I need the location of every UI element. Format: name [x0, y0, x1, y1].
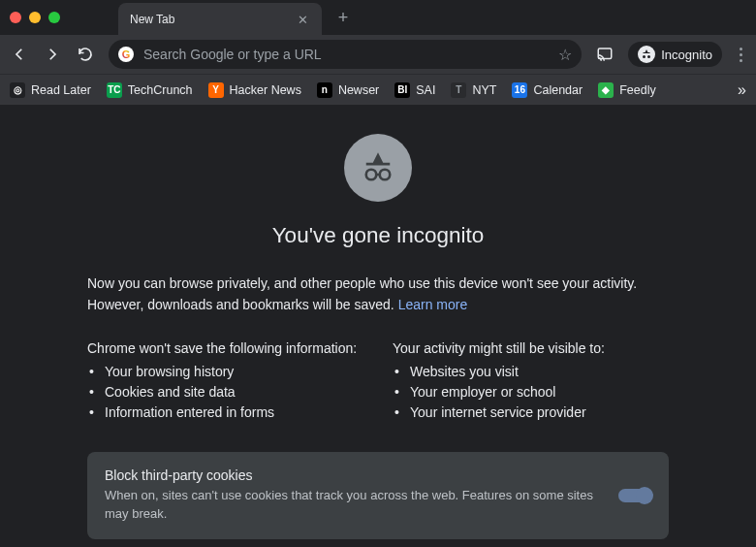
incognito-hero-icon: [344, 134, 412, 202]
bookmark-favicon: ◆: [598, 82, 614, 98]
bookmark-item[interactable]: 16Calendar: [512, 82, 583, 98]
bookmark-item[interactable]: ◎Read Later: [10, 82, 91, 98]
incognito-label: Incognito: [661, 48, 712, 62]
cookies-card-desc: When on, sites can't use cookies that tr…: [105, 487, 603, 524]
bookmark-favicon: Y: [208, 82, 224, 98]
menu-button[interactable]: [736, 48, 746, 62]
page-description: Now you can browse privately, and other …: [87, 274, 669, 315]
wont-save-column: Chrome won't save the following informat…: [87, 340, 363, 425]
bookmark-item[interactable]: TNYT: [451, 82, 496, 98]
tab-close-button[interactable]: ✕: [295, 13, 310, 27]
bookmark-label: NYT: [472, 83, 496, 97]
bookmark-item[interactable]: YHacker News: [208, 82, 301, 98]
list-item: Your browsing history: [105, 364, 363, 379]
cookies-card-title: Block third-party cookies: [105, 467, 603, 483]
bookmarks-overflow-button[interactable]: »: [738, 81, 746, 99]
bookmark-label: Newser: [338, 83, 379, 97]
visible-to-column: Your activity might still be visible to:…: [393, 340, 669, 425]
bookmarks-bar: ◎Read LaterTCTechCrunchYHacker NewsnNews…: [0, 74, 756, 105]
close-window-button[interactable]: [10, 12, 21, 23]
title-bar: New Tab ✕ +: [0, 0, 756, 35]
address-bar-placeholder: Search Google or type a URL: [143, 47, 549, 62]
window-controls: [10, 12, 60, 23]
bookmark-favicon: BI: [394, 82, 410, 98]
tab-title: New Tab: [130, 13, 285, 26]
bookmark-label: SAI: [416, 83, 435, 97]
toolbar: G Search Google or type a URL ☆ Incognit…: [0, 35, 756, 74]
incognito-icon: [638, 46, 655, 63]
bookmark-star-icon[interactable]: ☆: [558, 46, 572, 64]
bookmark-label: Read Later: [31, 83, 91, 97]
cookies-card: Block third-party cookies When on, sites…: [87, 452, 669, 539]
maximize-window-button[interactable]: [48, 12, 60, 23]
page-content: You've gone incognito Now you can browse…: [0, 105, 756, 547]
bookmark-item[interactable]: TCTechCrunch: [107, 82, 193, 98]
bookmark-favicon: 16: [512, 82, 527, 98]
block-cookies-toggle[interactable]: [618, 489, 651, 502]
new-tab-button[interactable]: +: [333, 8, 353, 28]
bookmark-item[interactable]: ◆Feedly: [598, 82, 656, 98]
google-icon: G: [118, 47, 134, 62]
list-item: Your employer or school: [410, 384, 669, 400]
visible-to-list: Websites you visitYour employer or schoo…: [393, 364, 669, 420]
svg-rect-0: [598, 48, 612, 59]
bookmark-item[interactable]: BISAI: [394, 82, 435, 98]
bookmark-label: Feedly: [619, 83, 656, 97]
svg-point-1: [366, 170, 377, 180]
list-item: Websites you visit: [410, 364, 669, 379]
list-item: Information entered in forms: [105, 404, 363, 420]
bookmark-favicon: T: [451, 82, 466, 98]
list-item: Cookies and site data: [105, 384, 363, 400]
back-button[interactable]: [10, 45, 29, 64]
svg-point-2: [380, 170, 391, 180]
forward-button[interactable]: [43, 45, 62, 64]
bookmark-favicon: n: [317, 82, 332, 98]
bookmark-favicon: TC: [107, 82, 122, 98]
list-item: Your internet service provider: [410, 404, 669, 420]
learn-more-link[interactable]: Learn more: [398, 297, 468, 312]
minimize-window-button[interactable]: [29, 12, 41, 23]
wont-save-list: Your browsing historyCookies and site da…: [87, 364, 363, 420]
incognito-badge[interactable]: Incognito: [628, 42, 722, 67]
bookmark-label: Hacker News: [230, 83, 301, 97]
bookmark-item[interactable]: nNewser: [317, 82, 379, 98]
bookmark-favicon: ◎: [10, 82, 25, 98]
browser-tab[interactable]: New Tab ✕: [118, 3, 322, 36]
bookmark-label: Calendar: [533, 83, 583, 97]
bookmark-label: TechCrunch: [128, 83, 193, 97]
cast-button[interactable]: [595, 45, 614, 64]
address-bar[interactable]: G Search Google or type a URL ☆: [109, 40, 582, 69]
page-heading: You've gone incognito: [87, 223, 669, 248]
reload-button[interactable]: [76, 45, 95, 64]
